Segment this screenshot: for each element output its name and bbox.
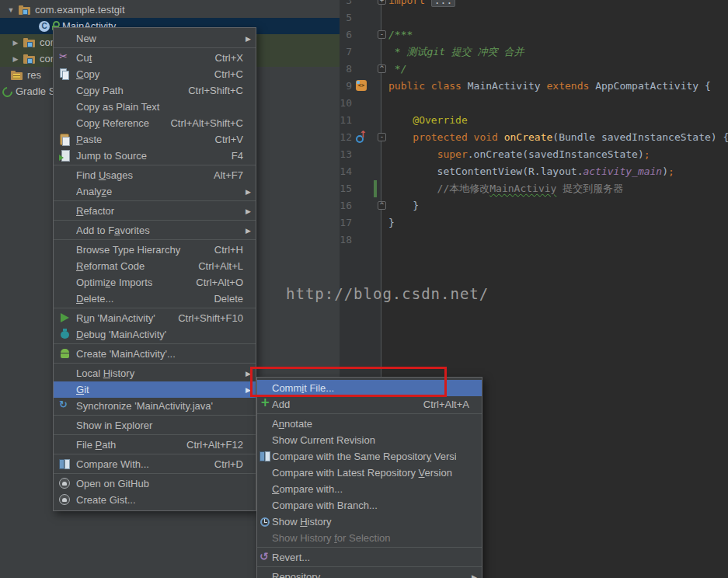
icon-spacer bbox=[260, 382, 270, 394]
tree-item-com-example-testgit[interactable]: ▼com.example.testgit bbox=[0, 2, 340, 18]
menu-item-label: Run 'MainActivity' bbox=[76, 312, 164, 324]
menu-item-show-history-for-selection[interactable]: Show History for Selection bbox=[257, 530, 482, 546]
menu-item-paste[interactable]: PasteCtrl+V bbox=[54, 131, 256, 148]
fold-marker-icon[interactable]: + bbox=[378, 0, 386, 5]
fold-marker-icon[interactable]: ^ bbox=[378, 64, 386, 73]
menu-separator bbox=[54, 165, 256, 165]
activity-class-gutter-icon[interactable] bbox=[356, 80, 367, 91]
copy-icon bbox=[59, 68, 71, 80]
menu-item-jump-to-source[interactable]: Jump to SourceF4 bbox=[54, 148, 256, 164]
fold-marker-icon[interactable]: - bbox=[378, 133, 386, 141]
menu-item-annotate[interactable]: Annotate bbox=[257, 416, 482, 432]
github-icon bbox=[59, 494, 71, 506]
code-line-17[interactable]: 17} bbox=[340, 214, 728, 232]
line-number: 14 bbox=[340, 163, 352, 180]
code-line-10[interactable]: 10 bbox=[340, 95, 728, 112]
menu-item-create-gist[interactable]: Create Gist... bbox=[54, 492, 256, 508]
code-line-8[interactable]: 8^ */ bbox=[340, 61, 728, 78]
code-line-15[interactable]: 15 //本地修改MainActiviy 提交到服务器 bbox=[340, 180, 728, 197]
code-line-18[interactable]: 18 bbox=[340, 232, 728, 249]
plain: } bbox=[388, 200, 419, 211]
code-line-12[interactable]: 12- protected void onCreate(Bundle saved… bbox=[340, 129, 728, 146]
plain: setContentView(R.layout. bbox=[388, 165, 583, 177]
chevron-right-icon[interactable]: ▶ bbox=[11, 39, 20, 47]
code-text: setContentView(R.layout.activity_main); bbox=[388, 163, 674, 180]
menu-item-compare-with[interactable]: Compare with... bbox=[257, 481, 482, 497]
code-line-11[interactable]: 11 @Override bbox=[340, 112, 728, 129]
menu-item-label: Jump to Source bbox=[76, 150, 218, 162]
menu-item-copy-path[interactable]: Copy PathCtrl+Shift+C bbox=[54, 82, 256, 99]
jump-icon bbox=[59, 150, 71, 162]
menu-item-cut[interactable]: CutCtrl+X bbox=[54, 50, 256, 66]
code-line-9[interactable]: 9public class MainActivity extends AppCo… bbox=[340, 78, 728, 95]
menu-item-copy-reference[interactable]: Copy ReferenceCtrl+Alt+Shift+C bbox=[54, 115, 256, 131]
menu-item-browse-type-hierarchy[interactable]: Browse Type HierarchyCtrl+H bbox=[54, 242, 256, 258]
menu-item-optimize-imports[interactable]: Optimize ImportsCtrl+Alt+O bbox=[54, 274, 256, 291]
menu-item-compare-with-branch[interactable]: Compare with Branch... bbox=[257, 497, 482, 514]
menu-item-label: Browse Type Hierarchy bbox=[76, 244, 200, 256]
menu-item-refactor[interactable]: Refactor▶ bbox=[54, 203, 256, 219]
menu-item-show-history[interactable]: Show History bbox=[257, 514, 482, 530]
menu-item-add[interactable]: AddCtrl+Alt+A bbox=[257, 396, 482, 413]
fold-marker-icon[interactable]: - bbox=[378, 30, 386, 39]
fold-marker-icon[interactable]: ^ bbox=[378, 201, 386, 210]
menu-item-open-on-github[interactable]: Open on GitHub bbox=[54, 475, 256, 492]
menu-shortcut: F4 bbox=[232, 150, 243, 162]
override-method-gutter-icon[interactable] bbox=[356, 131, 367, 143]
code-line-7[interactable]: 7 * 测试git 提交 冲突 合并 bbox=[340, 44, 728, 61]
debug-icon bbox=[59, 329, 71, 340]
menu-item-new[interactable]: New▶ bbox=[54, 30, 256, 47]
code-line-14[interactable]: 14 setContentView(R.layout.activity_main… bbox=[340, 163, 728, 180]
menu-item-run-mainactivity[interactable]: Run 'MainActivity'Ctrl+Shift+F10 bbox=[54, 310, 256, 326]
chevron-right-icon[interactable]: ▶ bbox=[11, 55, 20, 63]
line-number: 11 bbox=[340, 112, 352, 129]
menu-item-copy[interactable]: CopyCtrl+C bbox=[54, 66, 256, 82]
menu-item-create-mainactivity[interactable]: Create 'MainActivity'... bbox=[54, 346, 256, 362]
code-text: } bbox=[388, 197, 419, 214]
code-line-13[interactable]: 13 super.onCreate(savedInstanceState); bbox=[340, 146, 728, 163]
menu-item-label: Compare with the Same Repository Version bbox=[272, 451, 456, 462]
menu-item-label: Add bbox=[272, 399, 409, 410]
icon-spacer bbox=[59, 439, 71, 451]
menu-item-local-history[interactable]: Local History▶ bbox=[54, 365, 256, 381]
menu-item-debug-mainactivity[interactable]: Debug 'MainActivity' bbox=[54, 326, 256, 343]
menu-item-show-current-revision[interactable]: Show Current Revision bbox=[257, 432, 482, 448]
code-line-3[interactable]: 3+import ... bbox=[340, 0, 728, 9]
icon-spacer bbox=[260, 532, 270, 544]
menu-item-compare-with[interactable]: Compare With...Ctrl+D bbox=[54, 456, 256, 472]
menu-item-label: Optimize Imports bbox=[76, 277, 182, 288]
menu-item-commit-file[interactable]: Commit File... bbox=[257, 380, 482, 396]
menu-item-revert[interactable]: Revert... bbox=[257, 549, 482, 566]
menu-item-label: Git bbox=[76, 384, 229, 395]
plain: ) bbox=[662, 165, 668, 177]
menu-item-compare-with-the-same-repository-version[interactable]: Compare with the Same Repository Version bbox=[257, 448, 482, 465]
menu-item-copy-as-plain-text[interactable]: Copy as Plain Text bbox=[54, 99, 256, 115]
code-text: //本地修改MainActiviy 提交到服务器 bbox=[388, 180, 623, 197]
menu-item-repository[interactable]: Repository▶ bbox=[257, 569, 482, 578]
menu-item-find-usages[interactable]: Find UsagesAlt+F7 bbox=[54, 167, 256, 183]
icon-spacer bbox=[59, 420, 71, 431]
menu-item-synchronize-mainactivity-java[interactable]: Synchronize 'MainActivity.java' bbox=[54, 398, 256, 414]
menu-shortcut: Ctrl+D bbox=[214, 458, 243, 470]
code-line-6[interactable]: 6-/*** bbox=[340, 26, 728, 44]
chevron-down-icon[interactable]: ▼ bbox=[6, 6, 16, 14]
code-line-5[interactable]: 5 bbox=[340, 9, 728, 26]
code-line-16[interactable]: 16^ } bbox=[340, 197, 728, 214]
doc-comment: * 测试git 提交 冲突 合并 bbox=[388, 46, 524, 57]
menu-item-label: Compare with Branch... bbox=[272, 500, 455, 511]
menu-item-reformat-code[interactable]: Reformat CodeCtrl+Alt+L bbox=[54, 258, 256, 274]
icon-spacer bbox=[260, 483, 270, 495]
menu-item-delete[interactable]: Delete...Delete bbox=[54, 291, 256, 307]
menu-item-file-path[interactable]: File PathCtrl+Alt+F12 bbox=[54, 437, 256, 453]
menu-item-compare-with-latest-repository-version[interactable]: Compare with Latest Repository Version bbox=[257, 465, 482, 481]
code-text: } bbox=[388, 214, 395, 232]
menu-separator bbox=[257, 566, 482, 567]
line-number: 9 bbox=[340, 78, 352, 95]
menu-item-git[interactable]: Git▶ bbox=[54, 381, 256, 398]
menu-item-analyze[interactable]: Analyze▶ bbox=[54, 183, 256, 200]
menu-item-label: Delete... bbox=[76, 293, 200, 305]
menu-item-show-in-explorer[interactable]: Show in Explorer bbox=[54, 417, 256, 434]
icon-spacer bbox=[260, 500, 270, 511]
menu-item-add-to-favorites[interactable]: Add to Favorites▶ bbox=[54, 222, 256, 239]
context-menu: New▶CutCtrl+XCopyCtrl+CCopy PathCtrl+Shi… bbox=[53, 27, 256, 511]
